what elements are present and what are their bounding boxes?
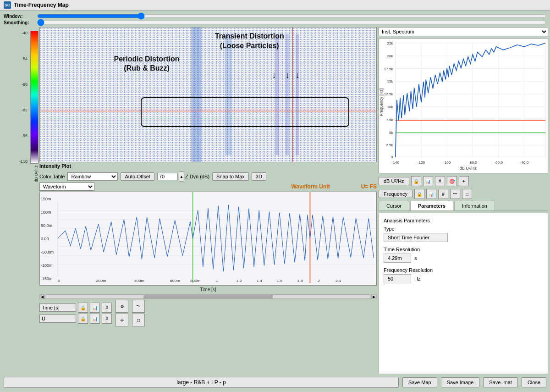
svg-rect-7 (296, 34, 299, 155)
colorbar (30, 31, 38, 164)
tabs-row: Cursor Parameters Information (379, 201, 548, 211)
wave-icon-btn[interactable]: 〜 (132, 300, 145, 313)
svg-rect-5 (275, 34, 279, 155)
svg-text:7.5k: 7.5k (386, 118, 393, 122)
colorbar-label-110: -110 (19, 159, 28, 164)
waveform-svg: 0 200m 400m 600m 800m 1 1.2 1.4 1.6 1.8 … (40, 192, 376, 285)
window-slider[interactable] (37, 13, 546, 19)
svg-text:2.1: 2.1 (336, 279, 341, 283)
inst-spectrum-header: Inst. Spectrum Average Spectrum (379, 27, 548, 36)
tab-information[interactable]: Information (454, 201, 495, 210)
arrow1: ↓ (272, 71, 276, 80)
arrow2: ↓ (286, 71, 290, 80)
scrollbar-row: ◀ ▶ (39, 294, 377, 299)
u-input[interactable] (39, 315, 76, 323)
hash-icon-db[interactable]: # (435, 176, 445, 186)
type-value: Short Time Fourier (384, 233, 448, 242)
lock-icon-db[interactable]: 🔒 (411, 176, 421, 186)
colorbar-y-axis-label: dB U²/Hz (34, 166, 38, 182)
target-icon-db[interactable]: 🎯 (447, 176, 457, 186)
content-row: -40 -54 -68 -82 -96 -110 dB U²/Hz (2, 27, 548, 374)
file-label-button[interactable]: large - R&B + LP - p (4, 377, 399, 388)
scroll-right[interactable]: ▶ (371, 294, 377, 299)
color-table-label: Color Table (39, 174, 65, 179)
scrollbar-track[interactable] (46, 294, 370, 299)
window-label: Window: (4, 14, 33, 19)
type-field: Type Short Time Fourier (384, 226, 543, 242)
time-label-area: 🔒 📊 # 🔒 📊 # (39, 303, 112, 324)
save-map-button[interactable]: Save Map (402, 377, 437, 387)
svg-text:1: 1 (216, 279, 218, 283)
svg-rect-1 (40, 28, 376, 162)
hash-icon-btn-time[interactable]: # (102, 303, 112, 313)
save-mat-button[interactable]: Save .mat (483, 377, 518, 387)
svg-text:15k: 15k (387, 79, 393, 83)
scroll-left[interactable]: ◀ (39, 294, 45, 299)
freq-unit-button[interactable]: Frequency (379, 190, 412, 198)
crosshair-icon-btn[interactable]: ✛ (116, 314, 128, 326)
type-label: Type (384, 226, 543, 232)
lock-icon-btn-time[interactable]: 🔒 (78, 303, 88, 313)
close-button[interactable]: Close (522, 377, 546, 387)
svg-text:0: 0 (391, 155, 393, 159)
hash-icon-btn-u[interactable]: # (102, 314, 112, 324)
tab-cursor[interactable]: Cursor (379, 201, 409, 210)
snap-to-max-button[interactable]: Snap to Max (212, 172, 249, 181)
save-image-button[interactable]: Save Image (441, 377, 480, 387)
right-icon-btns: ⚙ ✛ (116, 300, 128, 326)
left-panel: -40 -54 -68 -82 -96 -110 dB U²/Hz (2, 27, 377, 374)
square-icon-freq[interactable]: □ (462, 189, 472, 199)
hash-icon-freq[interactable]: # (438, 189, 448, 199)
square-icon-btn[interactable]: □ (132, 314, 145, 326)
gear-icon-btn[interactable]: ⚙ (116, 300, 128, 313)
svg-text:Frequency [Hz]: Frequency [Hz] (379, 88, 384, 116)
window-title: Time-Frequency Map (14, 2, 69, 8)
right-panel: Inst. Spectrum Average Spectrum (379, 27, 548, 374)
bottom-action-bar: large - R&B + LP - p Save Map Save Image… (2, 375, 548, 390)
color-table-select[interactable]: Rainbow Grayscale Jet (67, 172, 118, 181)
db-unit-button[interactable]: dB U²/Hz (379, 177, 409, 185)
freq-resolution-field: Frequency Resolution 50 Hz (384, 267, 543, 283)
bottom-controls: 🔒 📊 # 🔒 📊 # ⚙ ✛ (39, 300, 377, 326)
lock-icon-btn-u[interactable]: 🔒 (78, 314, 88, 324)
svg-text:10k: 10k (387, 105, 393, 109)
waveform-time-label: Time [s] (39, 287, 377, 293)
svg-text:-80.0: -80.0 (468, 160, 477, 165)
svg-text:600m: 600m (170, 279, 180, 283)
zdyn-up[interactable]: ▲ (179, 171, 184, 182)
svg-text:1.4: 1.4 (257, 279, 263, 283)
3d-button[interactable]: 3D (252, 172, 266, 181)
chart-icon-freq[interactable]: 📊 (426, 189, 436, 199)
svg-text:-40.0: -40.0 (520, 160, 529, 165)
title-bar: SC Time-Frequency Map (0, 0, 550, 11)
scrollbar-thumb (143, 295, 273, 298)
plus-icon-db[interactable]: + (459, 176, 469, 186)
inst-spectrum-select[interactable]: Inst. Spectrum Average Spectrum (379, 27, 548, 36)
chart-icon-db[interactable]: 📊 (423, 176, 433, 186)
svg-text:-120: -120 (418, 160, 425, 165)
tab-parameters[interactable]: Parameters (410, 201, 453, 210)
svg-text:200m: 200m (96, 279, 106, 283)
chart-icon-btn-u[interactable]: 📊 (90, 314, 100, 324)
chart-icon-btn-time[interactable]: 📊 (90, 303, 100, 313)
main-container: Window: Smoothing: -40 -54 -68 -82 (0, 11, 550, 392)
smoothing-slider[interactable] (37, 20, 546, 25)
time-input[interactable] (39, 304, 76, 312)
colorbar-label-54: -54 (22, 56, 28, 61)
svg-rect-3 (225, 34, 232, 155)
colorbar-labels: -40 -54 -68 -82 -96 -110 (19, 31, 28, 164)
params-section-title: Analysis Parameters (384, 218, 543, 223)
waveform-type-select[interactable]: Waveform Spectrum (39, 182, 94, 191)
svg-text:2: 2 (318, 279, 320, 283)
svg-text:0: 0 (58, 279, 60, 283)
spectrogram-area: Periodic Distortion(Rub & Buzz) Transien… (39, 27, 377, 374)
smoothing-label: Smoothing: (4, 20, 33, 25)
svg-text:17.5k: 17.5k (384, 67, 394, 71)
smoothing-slider-row: Smoothing: (4, 20, 546, 25)
zdyn-input[interactable] (157, 173, 178, 180)
u-label-row: 🔒 📊 # (39, 314, 112, 324)
auto-offset-button[interactable]: Auto-Offset (121, 172, 154, 181)
svg-text:12.5k: 12.5k (384, 92, 394, 96)
wave-icon-freq[interactable]: 〜 (450, 189, 460, 199)
lock-icon-freq[interactable]: 🔒 (414, 189, 424, 199)
